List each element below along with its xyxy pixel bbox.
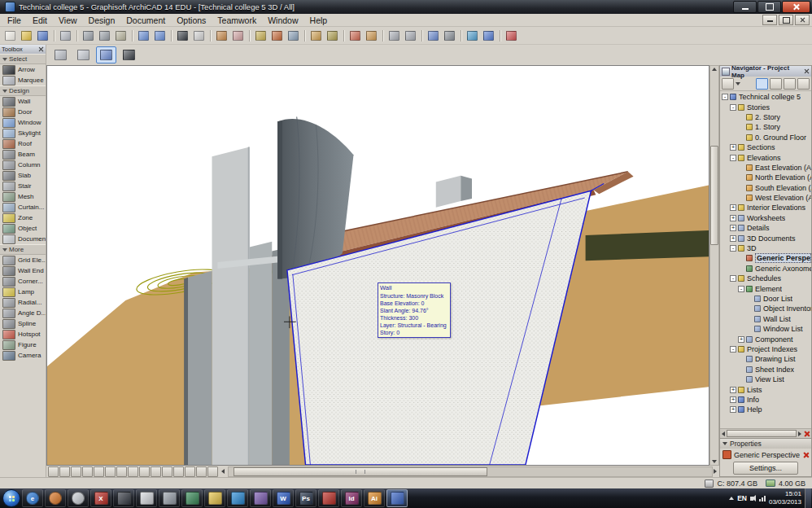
3d-cutting-planes-button[interactable] xyxy=(442,28,457,43)
tree-item-elevations[interactable]: -Elevations xyxy=(720,152,811,162)
tool-curtain[interactable]: Curtain... xyxy=(0,202,46,212)
3d-canvas[interactable]: Wall Structure: Masonry BlockBase Elevat… xyxy=(46,65,709,466)
tree-expander-icon[interactable]: + xyxy=(738,336,744,343)
arrow-tool-button[interactable] xyxy=(175,28,190,43)
taskbar-app-pdf[interactable] xyxy=(318,489,339,507)
inject-parameters-button[interactable] xyxy=(364,28,379,43)
canvas-horizontal-scrollbar[interactable] xyxy=(228,466,713,477)
tree-expander-icon[interactable]: + xyxy=(730,235,736,242)
canvas-vertical-scrollbar[interactable] xyxy=(709,65,719,466)
tree-expander-icon[interactable]: - xyxy=(730,346,736,353)
language-indicator[interactable]: EN xyxy=(737,494,747,502)
tree-item-view-list[interactable]: View List xyxy=(720,374,811,384)
settings-button[interactable]: Settings... xyxy=(733,462,798,475)
view-extras-button[interactable] xyxy=(207,466,218,477)
taskbar-app-media[interactable] xyxy=(227,489,248,507)
tree-item-north-elevation-auto-rebui[interactable]: North Elevation (Auto-rebui xyxy=(720,173,811,182)
suspend-groups-button[interactable] xyxy=(253,28,268,43)
quick-options-button[interactable] xyxy=(48,466,59,477)
go-to-button[interactable] xyxy=(465,28,480,43)
taskbar-app-red[interactable]: X xyxy=(90,489,111,507)
layout-book-icon[interactable] xyxy=(784,78,796,90)
measure-button[interactable] xyxy=(325,28,340,43)
minimize-button[interactable] xyxy=(733,1,757,13)
tool-wall-end[interactable]: Wall End xyxy=(0,265,46,276)
dormer-box[interactable] xyxy=(436,176,472,208)
tree-item-door-list[interactable]: Door List xyxy=(720,294,811,304)
menu-teamwork[interactable]: Teamwork xyxy=(212,14,262,26)
scroll-up-icon[interactable] xyxy=(712,68,717,71)
fly-mode-button[interactable] xyxy=(173,466,184,477)
tree-item-sheet-index[interactable]: Sheet Index xyxy=(720,365,811,374)
tree-item-generic-axonometry[interactable]: Generic Axonometry xyxy=(720,264,811,274)
tool-document[interactable]: Document xyxy=(0,234,46,244)
tree-expander-icon[interactable]: - xyxy=(722,94,728,100)
project-chooser-icon[interactable] xyxy=(722,78,734,90)
tool-angle-d[interactable]: Angle D... xyxy=(0,308,46,318)
tree-item-technical-college-5[interactable]: -Technical college 5 xyxy=(720,92,811,102)
navigator-scroll-left-icon[interactable] xyxy=(722,431,725,436)
marquee-tool-button[interactable] xyxy=(191,28,207,43)
tree-item-2-story[interactable]: 2. Story xyxy=(720,112,811,122)
tool-mesh[interactable]: Mesh xyxy=(0,191,46,202)
toolbox-section-select[interactable]: Select xyxy=(0,54,46,64)
navigator-close-icon[interactable] xyxy=(804,68,810,74)
taskbar-app-chrome[interactable] xyxy=(68,489,89,507)
project-map-icon[interactable] xyxy=(756,78,768,90)
scroll-left-icon[interactable] xyxy=(221,469,225,474)
orbit-button[interactable] xyxy=(105,466,116,477)
tree-expander-icon[interactable]: - xyxy=(730,155,736,161)
tree-expander-icon[interactable]: + xyxy=(730,406,736,413)
tree-item-wall-list[interactable]: Wall List xyxy=(720,314,811,324)
navigator-scrollbar[interactable] xyxy=(720,428,811,438)
menu-document[interactable]: Document xyxy=(120,14,171,26)
navigator-scroll-right-icon[interactable] xyxy=(798,431,801,436)
tool-figure[interactable]: Figure xyxy=(0,339,46,350)
next-view-button[interactable] xyxy=(151,466,161,477)
scroll-right-icon[interactable] xyxy=(714,469,717,474)
tool-arrow[interactable]: Arrow xyxy=(0,64,46,75)
vertical-scroll-thumb[interactable] xyxy=(710,146,718,245)
tree-item-sections[interactable]: +Sections xyxy=(720,142,811,152)
tool-zone[interactable]: Zone xyxy=(0,212,46,223)
start-button[interactable] xyxy=(2,489,20,507)
tree-item-details[interactable]: +Details xyxy=(720,223,811,233)
document-close-button[interactable] xyxy=(795,15,810,25)
tree-expander-icon[interactable]: + xyxy=(730,204,736,211)
grid-snap-button[interactable] xyxy=(403,28,418,43)
current-tool-3d-button[interactable] xyxy=(96,46,116,64)
zoom-out-button[interactable] xyxy=(82,466,93,477)
tree-item-south-elevation-auto-rebui[interactable]: South Elevation (Auto-rebui xyxy=(720,183,811,193)
properties-header[interactable]: Properties xyxy=(720,439,811,449)
previous-view-button[interactable] xyxy=(139,466,150,477)
taskbar-app-id[interactable]: Id xyxy=(341,489,362,507)
title-bar[interactable]: Technical college 5 - Graphisoft ArchiCA… xyxy=(0,0,812,14)
taskbar-app-folder[interactable] xyxy=(204,489,225,507)
tool-beam[interactable]: Beam xyxy=(0,149,46,160)
taskbar-app-ai[interactable]: Ai xyxy=(364,489,385,507)
zoom-in-button[interactable] xyxy=(71,466,81,477)
tool-camera[interactable]: Camera xyxy=(0,350,46,361)
3d-view-mode-button[interactable] xyxy=(426,28,441,43)
tree-item-drawing-list[interactable]: Drawing List xyxy=(720,354,811,364)
tree-item-generic-perspective[interactable]: Generic Perspective xyxy=(720,253,811,263)
tree-expander-icon[interactable]: - xyxy=(730,275,736,282)
tree-item-1-story[interactable]: 1. Story xyxy=(720,122,811,132)
tree-item-east-elevation-auto-rebui[interactable]: East Elevation (Auto-rebui xyxy=(720,163,811,173)
tree-item-west-elevation-auto-rebui[interactable]: West Elevation (Auto-rebui xyxy=(720,193,811,203)
taskbar-app-firefox[interactable] xyxy=(45,489,66,507)
tree-item-schedules[interactable]: -Schedules xyxy=(720,274,811,283)
zoom-fit-button[interactable] xyxy=(59,466,70,477)
tool-hotspot[interactable]: Hotspot xyxy=(0,329,46,339)
hidden-icons-icon[interactable] xyxy=(729,497,734,500)
gray-walls[interactable] xyxy=(184,147,290,465)
paste-button[interactable] xyxy=(113,28,129,43)
menu-view[interactable]: View xyxy=(53,14,83,26)
taskbar-app-ps[interactable]: Ps xyxy=(295,489,317,507)
tool-object[interactable]: Object xyxy=(0,223,46,234)
3d-viewport[interactable] xyxy=(47,66,709,465)
horizontal-scroll-thumb[interactable] xyxy=(234,467,487,476)
document-restore-button[interactable] xyxy=(779,15,793,25)
document-minimize-button[interactable] xyxy=(762,15,777,25)
menu-window[interactable]: Window xyxy=(262,14,303,26)
